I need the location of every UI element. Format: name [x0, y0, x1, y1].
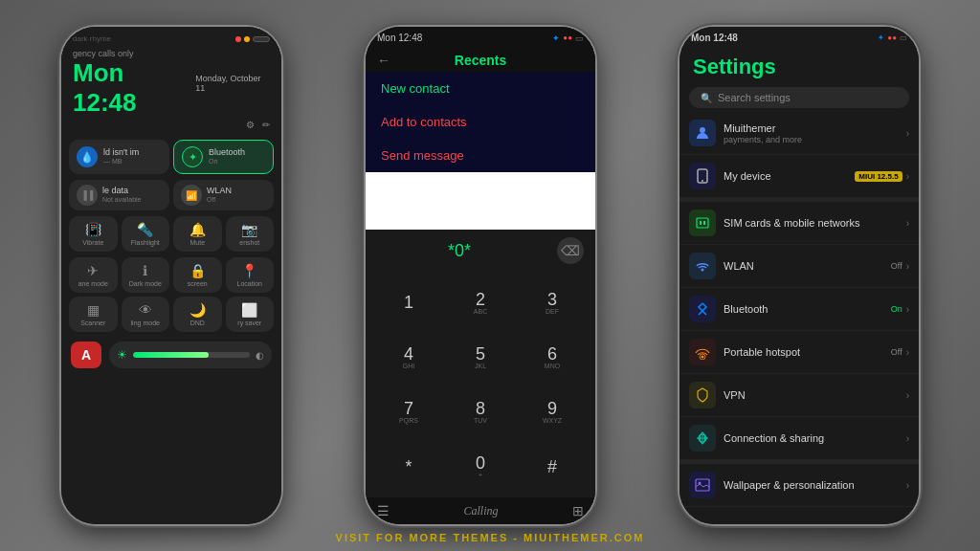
p2-new-contact-item[interactable]: New contact: [366, 72, 595, 105]
p2-contact-area: [366, 172, 595, 230]
p3-item-mydevice[interactable]: My device MIUI 12.5.5 ›: [679, 155, 919, 198]
p3-item-wlan[interactable]: WLAN Off ›: [679, 245, 919, 288]
p3-mydevice-chevron: ›: [906, 171, 909, 182]
p1-wlan-sub: Off: [207, 196, 232, 204]
p1-mobile-text: ld isn't im — MB: [103, 147, 139, 165]
p1-battery-saver-btn[interactable]: ⬜ ry saver: [226, 297, 275, 332]
p2-key-0-num: 0: [476, 454, 485, 472]
p1-icon-grid-2: ✈ ane mode ℹ Dark mode 🔒 screen 📍 Locati…: [61, 255, 281, 295]
p1-mobile-sub: — MB: [103, 158, 139, 165]
p1-data-sub: Not available: [102, 196, 141, 204]
p2-key-5-num: 5: [476, 345, 485, 363]
p3-wallpaper-content: Wallpaper & personalization: [724, 478, 899, 492]
p3-search-bar[interactable]: 🔍 Search settings: [689, 87, 909, 108]
p1-flashlight-icon: 🔦: [137, 222, 153, 237]
p2-status-bar: Mon 12:48 ✦ ●● ▭: [366, 27, 595, 49]
p1-dnd-btn[interactable]: 🌙 DND: [173, 297, 222, 332]
p3-item-connection[interactable]: Connection & sharing ›: [679, 417, 919, 460]
p1-screen-btn[interactable]: 🔒 screen: [173, 257, 222, 293]
p1-time: Mon 12:48: [73, 58, 189, 118]
p1-brightness-control[interactable]: ☀ ◐: [109, 342, 272, 368]
p1-mute-btn[interactable]: 🔔 Mute: [173, 216, 222, 252]
p1-screenshot-btn[interactable]: 📷 enshot: [226, 216, 275, 252]
p1-flashlight-btn[interactable]: 🔦 Flashlight: [122, 216, 170, 252]
p1-dnd-label: DND: [190, 320, 205, 326]
p1-location-label: Location: [237, 280, 262, 287]
p1-scanner-btn[interactable]: ▦ Scanner: [69, 297, 118, 332]
p1-toggle-bluetooth[interactable]: ✦ Bluetooth On: [173, 140, 274, 174]
p3-item-vpn[interactable]: VPN ›: [679, 374, 919, 417]
p1-toggle-data[interactable]: ▐▐ le data Not available: [69, 180, 169, 210]
p2-bluetooth-status-icon: ✦: [552, 33, 560, 43]
p1-location-btn[interactable]: 📍 Location: [226, 257, 275, 293]
p2-status-icons: ✦ ●● ▭: [552, 33, 584, 43]
p2-send-message-item[interactable]: Send message: [366, 139, 595, 172]
p1-a-button[interactable]: A: [71, 342, 101, 368]
p2-key-hash-num: #: [547, 458, 557, 475]
phone2-frame: Mon 12:48 ✦ ●● ▭ ← Recents New contact A…: [366, 27, 595, 524]
p1-brightness-icon: ☀: [117, 348, 127, 362]
p1-edit-icon[interactable]: ✏: [262, 120, 270, 130]
p3-item-hotspot[interactable]: Portable hotspot Off ›: [679, 331, 919, 374]
p2-key-hash[interactable]: #: [517, 440, 588, 494]
p2-key-4[interactable]: 4 GHI: [373, 330, 444, 384]
p3-status-icons: ✦ ●● ▭: [878, 33, 907, 42]
p1-bluetooth-icon: ✦: [182, 146, 203, 167]
p2-battery-icon: ▭: [575, 33, 584, 43]
p2-menu-icon[interactable]: ☰: [377, 503, 390, 518]
p1-battery-saver-icon: ⬜: [241, 302, 257, 318]
p1-vibrate-btn[interactable]: 📳 Vibrate: [69, 216, 118, 252]
p2-key-7[interactable]: 7 PQRS: [373, 386, 444, 439]
p3-hotspot-right: Off ›: [891, 347, 909, 358]
p3-sim-chevron: ›: [906, 218, 909, 229]
p2-key-2-letters: ABC: [474, 308, 487, 315]
svg-point-6: [702, 269, 704, 272]
p1-reading-btn[interactable]: 👁 ling mode: [122, 297, 170, 332]
p2-back-button[interactable]: ←: [377, 53, 390, 68]
svg-rect-4: [700, 221, 702, 225]
p3-sim-content: SIM cards & mobile networks: [724, 216, 899, 230]
p3-wlan-name: WLAN: [724, 259, 883, 273]
p3-wlan-chevron: ›: [906, 261, 909, 272]
p2-grid-icon[interactable]: ⊞: [572, 503, 584, 518]
p2-key-1[interactable]: 1: [373, 276, 444, 329]
p3-item-wallpaper[interactable]: Wallpaper & personalization ›: [679, 464, 919, 507]
p3-status-bar: Mon 12:48 ✦ ●● ▭: [679, 27, 919, 49]
phone3-screen: Mon 12:48 ✦ ●● ▭ Settings 🔍 Search setti…: [679, 27, 919, 524]
p3-vpn-right: ›: [906, 390, 909, 401]
p2-key-5-letters: JKL: [475, 363, 486, 369]
p2-key-5[interactable]: 5 JKL: [445, 330, 516, 384]
p2-key-8[interactable]: 8 TUV: [445, 386, 516, 439]
main-container: dark rhyme gency calls only Mon 12:48 Mo…: [0, 0, 980, 551]
p3-miuithemer-chevron: ›: [906, 128, 909, 139]
p2-backspace-button[interactable]: ⌫: [557, 237, 584, 264]
p3-item-sim[interactable]: SIM cards & mobile networks ›: [679, 202, 919, 245]
p2-top-nav: ← Recents: [366, 49, 595, 72]
p1-toggle-wlan[interactable]: 📶 WLAN Off: [173, 180, 274, 210]
p3-miuithemer-name: Miuithemer: [724, 121, 899, 135]
p3-item-miuithemer[interactable]: Miuithemer payments, and more ›: [679, 112, 919, 155]
p2-add-contacts-item[interactable]: Add to contacts: [366, 105, 595, 139]
p3-item-bluetooth[interactable]: Bluetooth On ›: [679, 288, 919, 331]
p2-key-2[interactable]: 2 ABC: [445, 276, 516, 329]
p1-darkmode-btn[interactable]: ℹ Dark mode: [122, 257, 170, 293]
p2-key-star[interactable]: *: [373, 440, 444, 494]
p2-key-0[interactable]: 0 +: [445, 440, 516, 494]
p1-settings-icon[interactable]: ⚙: [246, 120, 255, 130]
p3-wlan-content: WLAN: [724, 259, 883, 273]
p1-mobile-icon: 💧: [77, 146, 98, 167]
p3-bluetooth-name: Bluetooth: [724, 302, 883, 316]
p3-status-time: Mon 12:48: [691, 33, 738, 43]
p2-key-3[interactable]: 3 DEF: [517, 276, 588, 329]
p2-key-3-num: 3: [547, 291, 557, 308]
p3-miuithemer-icon: [689, 120, 716, 146]
p1-toggles-row2: ▐▐ le data Not available 📶 WLAN Off: [61, 178, 281, 212]
p1-toggle-mobile[interactable]: 💧 ld isn't im — MB: [69, 140, 169, 174]
p2-key-9[interactable]: 9 WXYZ: [517, 386, 588, 439]
p2-key-8-letters: TUV: [474, 417, 487, 424]
svg-point-12: [699, 482, 702, 485]
p2-key-6[interactable]: 6 MNO: [517, 330, 588, 384]
p3-miuithemer-sub: payments, and more: [724, 135, 899, 144]
p1-time-row: Mon 12:48 Monday, October 11: [73, 58, 270, 118]
p1-airplane-btn[interactable]: ✈ ane mode: [69, 257, 118, 293]
